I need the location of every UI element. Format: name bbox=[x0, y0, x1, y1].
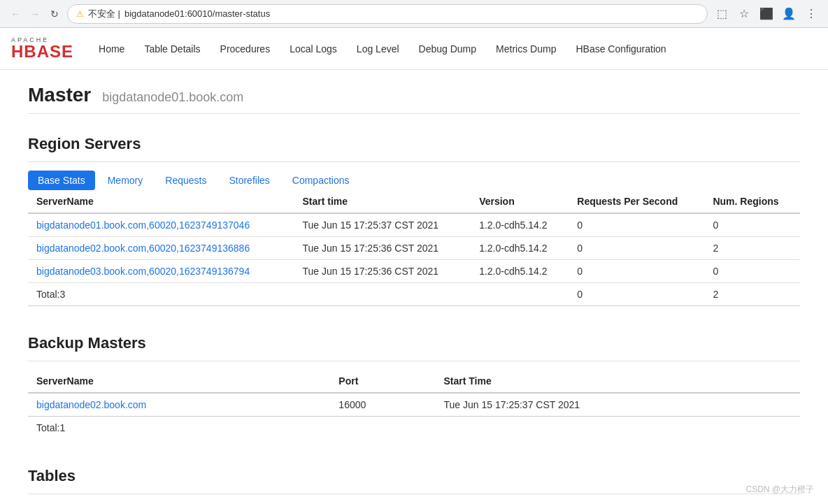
total-label: Total:3 bbox=[28, 283, 294, 306]
tab-requests[interactable]: Requests bbox=[155, 171, 216, 190]
region-servers-divider bbox=[28, 161, 800, 162]
num-regions: 2 bbox=[704, 237, 800, 260]
extensions-button[interactable]: ⬛ bbox=[758, 6, 775, 22]
backup-masters-total: Total:1 bbox=[28, 417, 800, 439]
total-start-time bbox=[294, 283, 471, 306]
address-bar[interactable]: ⚠ 不安全 | bigdatanode01:60010/master-statu… bbox=[67, 4, 708, 24]
col-header-start-time: Start time bbox=[294, 190, 471, 213]
profile-button[interactable]: 👤 bbox=[780, 6, 797, 22]
tab-memory[interactable]: Memory bbox=[98, 171, 153, 190]
table-row: bigdatanode03.book.com,60020,16237491367… bbox=[28, 260, 800, 283]
total-requests: 0 bbox=[569, 283, 704, 306]
num-regions: 0 bbox=[704, 213, 800, 237]
menu-button[interactable]: ⋮ bbox=[803, 6, 820, 22]
tab-compactions[interactable]: Compactions bbox=[283, 171, 359, 190]
bm-server-name-link[interactable]: bigdatanode02.book.com bbox=[36, 399, 146, 410]
backup-masters-divider bbox=[28, 361, 800, 361]
col-header-version: Version bbox=[471, 190, 569, 213]
nav-link-table-details[interactable]: Table Details bbox=[136, 38, 208, 60]
tables-section: Tables bbox=[28, 467, 800, 494]
server-name-link[interactable]: bigdatanode01.book.com,60020,16237491370… bbox=[36, 219, 250, 231]
tables-title: Tables bbox=[28, 467, 800, 485]
hbase-logo: APACHE HBASE bbox=[11, 37, 73, 60]
backup-masters-section: Backup Masters ServerNamePortStart Time … bbox=[28, 334, 800, 439]
browser-chrome: ← → ↻ ⚠ 不安全 | bigdatanode01:60010/master… bbox=[0, 0, 828, 28]
backup-masters-table: ServerNamePortStart Time bigdatanode02.b… bbox=[28, 370, 800, 417]
tab-base-stats[interactable]: Base Stats bbox=[28, 171, 95, 190]
url-text: 不安全 | bbox=[88, 8, 120, 20]
bookmark-button[interactable]: ☆ bbox=[736, 6, 752, 22]
requests-per-second: 0 bbox=[569, 260, 704, 283]
col-header-num-regions: Num. Regions bbox=[704, 190, 800, 213]
bm-col-start-time: Start Time bbox=[436, 370, 801, 393]
version: 1.2.0-cdh5.14.2 bbox=[471, 237, 569, 260]
requests-per-second: 0 bbox=[569, 213, 704, 237]
tab-storefiles[interactable]: Storefiles bbox=[219, 171, 279, 190]
region-servers-tabs: Base StatsMemoryRequestsStorefilesCompac… bbox=[28, 171, 800, 190]
master-header: Master bigdatanode01.book.com bbox=[28, 84, 800, 114]
region-servers-table: ServerNameStart timeVersionRequests Per … bbox=[28, 190, 800, 306]
master-title: Master bbox=[28, 84, 91, 106]
total-version bbox=[471, 283, 569, 306]
nav-link-procedures[interactable]: Procedures bbox=[212, 38, 279, 60]
nav-links: HomeTable DetailsProceduresLocal LogsLog… bbox=[90, 38, 675, 60]
nav-link-hbase-configuration[interactable]: HBase Configuration bbox=[567, 38, 674, 60]
nav-link-debug-dump[interactable]: Debug Dump bbox=[411, 38, 485, 60]
bm-col-port: Port bbox=[330, 370, 435, 393]
tables-divider bbox=[28, 494, 800, 494]
forward-button[interactable]: → bbox=[28, 7, 42, 21]
browser-actions: ⬚ ☆ ⬛ 👤 ⋮ bbox=[713, 6, 820, 22]
total-row: Total:302 bbox=[28, 283, 800, 306]
cast-button[interactable]: ⬚ bbox=[713, 6, 730, 22]
back-button[interactable]: ← bbox=[8, 7, 22, 21]
col-header-servername: ServerName bbox=[28, 190, 294, 213]
security-icon: ⚠ bbox=[76, 9, 84, 19]
backup-masters-title: Backup Masters bbox=[28, 334, 800, 352]
start-time: Tue Jun 15 17:25:36 CST 2021 bbox=[294, 260, 471, 283]
version: 1.2.0-cdh5.14.2 bbox=[471, 213, 569, 237]
start-time: Tue Jun 15 17:25:37 CST 2021 bbox=[294, 213, 471, 237]
reload-button[interactable]: ↻ bbox=[48, 7, 62, 21]
table-row: bigdatanode01.book.com,60020,16237491370… bbox=[28, 213, 800, 237]
requests-per-second: 0 bbox=[569, 237, 704, 260]
server-name-link[interactable]: bigdatanode02.book.com,60020,16237491368… bbox=[36, 243, 250, 254]
hbase-navbar: APACHE HBASE HomeTable DetailsProcedures… bbox=[0, 28, 828, 70]
page-content: Master bigdatanode01.book.com Region Ser… bbox=[0, 70, 828, 504]
total-regions: 2 bbox=[704, 283, 800, 306]
bm-start-time: Tue Jun 15 17:25:37 CST 2021 bbox=[436, 393, 801, 417]
col-header-requests-per-second: Requests Per Second bbox=[569, 190, 704, 213]
hbase-text: HBASE bbox=[11, 43, 73, 60]
table-row: bigdatanode02.book.com16000Tue Jun 15 17… bbox=[28, 393, 800, 417]
table-row: bigdatanode02.book.com,60020,16237491368… bbox=[28, 237, 800, 260]
url-value: bigdatanode01:60010/master-status bbox=[124, 8, 270, 19]
bm-port: 16000 bbox=[330, 393, 435, 417]
master-hostname: bigdatanode01.book.com bbox=[102, 90, 243, 104]
watermark: CSDN @大力橙子 bbox=[745, 484, 814, 496]
bm-col-servername: ServerName bbox=[28, 370, 330, 393]
nav-link-log-level[interactable]: Log Level bbox=[348, 38, 408, 60]
nav-link-metrics-dump[interactable]: Metrics Dump bbox=[487, 38, 564, 60]
server-name-link[interactable]: bigdatanode03.book.com,60020,16237491367… bbox=[36, 266, 250, 277]
nav-link-local-logs[interactable]: Local Logs bbox=[281, 38, 345, 60]
num-regions: 0 bbox=[704, 260, 800, 283]
start-time: Tue Jun 15 17:25:36 CST 2021 bbox=[294, 237, 471, 260]
region-servers-title: Region Servers bbox=[28, 135, 800, 153]
h-letter: H bbox=[11, 42, 24, 61]
version: 1.2.0-cdh5.14.2 bbox=[471, 260, 569, 283]
nav-link-home[interactable]: Home bbox=[90, 38, 133, 60]
region-servers-section: Region Servers Base StatsMemoryRequestsS… bbox=[28, 135, 800, 306]
base-text: BASE bbox=[24, 42, 73, 61]
